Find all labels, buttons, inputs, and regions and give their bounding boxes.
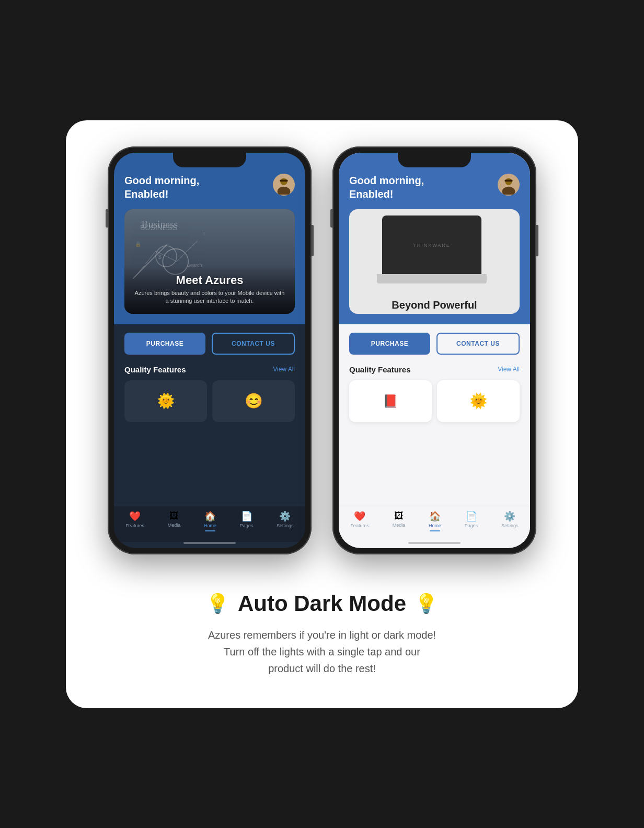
nav-features-light[interactable]: ❤️ Features [350,511,369,531]
nav-pages-label-light: Pages [465,523,478,528]
desc-line-2: Turn off the lights with a single tap an… [224,646,420,657]
heart-icon: ❤️ [129,511,141,522]
dark-mode-description: Azures remembers if you're in light or d… [118,627,526,677]
svg-text:BUSINESS: BUSINESS [140,223,177,232]
svg-rect-3 [280,179,288,182]
phone-light-body: PURCHASE CONTACT US Quality Features Vie… [339,324,530,506]
phone-light: Good morning,Enabled! [332,146,536,554]
light-hero-text: Beyond Powerful Azures is a Mobile Web A… [349,290,520,314]
phones-section: Good morning,Enabled! [87,146,557,554]
laptop-screen-text: THINKWARE [413,243,451,248]
avatar-light [498,174,520,196]
svg-text:$: $ [158,254,162,260]
laptop-screen: THINKWARE [382,215,481,276]
nav-media-label-light: Media [393,523,406,528]
home-indicator-light [408,542,461,544]
greeting-dark: Good morning,Enabled! [124,174,199,201]
desc-line-3: product will do the rest! [268,663,376,674]
button-row-dark: PURCHASE CONTACT US [124,333,295,355]
hero-title-light: Beyond Powerful [358,299,511,311]
features-title-dark: Quality Features [124,365,186,374]
nav-features-dark[interactable]: ❤️ Features [125,511,144,531]
laptop-visual: THINKWARE [382,215,487,283]
nav-settings-dark[interactable]: ⚙️ Settings [277,511,294,531]
bulb-light-icon: 💡 [415,593,438,615]
nav-pages-dark[interactable]: 📄 Pages [240,511,254,531]
nav-features-label-dark: Features [125,523,144,528]
hero-subtitle-dark: Azures brings beauty and colors to your … [133,289,286,305]
desc-line-1: Azures remembers if you're in light or d… [208,629,436,641]
phone-dark-inner: Good morning,Enabled! [114,153,305,548]
media-icon: 🖼 [169,511,179,521]
notch-light [398,153,471,167]
screen-dark: Good morning,Enabled! [114,153,305,548]
main-card: Good morning,Enabled! [66,120,578,708]
sun-icon-light: 🌞 [469,392,488,410]
svg-line-9 [177,241,198,262]
feature-cards-dark: 🌞 😊 [124,380,295,422]
contact-button-dark[interactable]: CONTACT US [212,333,295,355]
bottom-nav-light: ❤️ Features 🖼 Media 🏠 Home [339,506,530,542]
home-indicator-dark [183,542,236,544]
feature-card-2-dark: 😊 [212,380,295,422]
view-all-dark[interactable]: View All [273,366,295,373]
nav-settings-light[interactable]: ⚙️ Settings [501,511,519,531]
media-icon-light: 🖼 [394,511,404,521]
nav-home-dark[interactable]: 🏠 Home [204,511,216,531]
hero-text-dark: Meet Azures Azures brings beauty and col… [124,265,295,314]
light-hero-content: THINKWARE Beyond Powerful Azures is a Mo… [349,209,520,314]
laptop-keyboard [377,274,487,283]
settings-icon-dark: ⚙️ [279,511,291,522]
phone-dark: Good morning,Enabled! [108,146,312,554]
feature-cards-light: 📕 🌞 [349,380,520,422]
nav-media-dark[interactable]: 🖼 Media [168,511,181,531]
contact-button-light[interactable]: CONTACT US [436,333,520,355]
book-icon-light: 📕 [383,394,398,409]
nav-settings-label-light: Settings [501,523,519,528]
hero-subtitle-light: Azures is a Mobile Web App Kit, fully fe… [358,311,511,314]
purchase-button-dark[interactable]: PURCHASE [124,333,205,355]
nav-home-underline-light [430,530,440,531]
notch-dark [173,153,246,167]
svg-text:🔒: 🔒 [135,241,142,247]
nav-pages-label-dark: Pages [240,523,254,528]
svg-text:↑: ↑ [203,231,205,236]
avatar-dark [273,174,295,196]
greeting-light: Good morning,Enabled! [349,174,424,201]
settings-icon-light: ⚙️ [504,511,515,522]
features-header-light: Quality Features View All [349,365,520,374]
nav-settings-label-dark: Settings [277,523,294,528]
dark-mode-title-row: 💡 Auto Dark Mode 💡 [118,591,526,616]
pages-icon-light: 📄 [466,511,477,522]
feature-card-1-dark: 🌞 [124,380,207,422]
nav-home-label-dark: Home [204,523,216,528]
sun-icon-dark: 🌞 [157,392,175,410]
home-icon-dark: 🏠 [204,511,216,522]
screen-light: Good morning,Enabled! [339,153,530,548]
feature-card-1-light: 📕 [349,380,432,422]
purchase-button-light[interactable]: PURCHASE [349,333,430,355]
bottom-section: 💡 Auto Dark Mode 💡 Azures remembers if y… [87,586,557,677]
laptop-area: THINKWARE [349,209,520,290]
bottom-nav-dark: ❤️ Features 🖼 Media 🏠 Home [114,506,305,542]
nav-media-light[interactable]: 🖼 Media [393,511,406,531]
nav-home-light[interactable]: 🏠 Home [429,511,441,531]
bulb-dark-icon: 💡 [206,593,229,615]
view-all-light[interactable]: View All [498,366,520,373]
button-row-light: PURCHASE CONTACT US [349,333,520,355]
heart-icon-light: ❤️ [354,511,365,522]
hero-card-dark: BUSINESS $ ↑ 🔒 Search [124,209,295,314]
pages-icon-dark: 📄 [241,511,252,522]
phone-light-inner: Good morning,Enabled! [339,153,530,548]
svg-rect-16 [504,179,512,182]
home-icon-light: 🏠 [429,511,441,522]
hero-title-dark: Meet Azures [133,274,286,287]
hero-area-dark: BUSINESS $ ↑ 🔒 Search [114,209,305,324]
hero-doodle: BUSINESS $ ↑ 🔒 Search [124,209,295,314]
nav-home-label-light: Home [429,523,441,528]
nav-home-underline-dark [205,530,215,531]
nav-pages-light[interactable]: 📄 Pages [465,511,478,531]
phone-dark-body: PURCHASE CONTACT US Quality Features Vie… [114,324,305,506]
hero-area-light: THINKWARE Beyond Powerful Azures is a Mo… [339,209,530,324]
hero-card-light: THINKWARE Beyond Powerful Azures is a Mo… [349,209,520,314]
